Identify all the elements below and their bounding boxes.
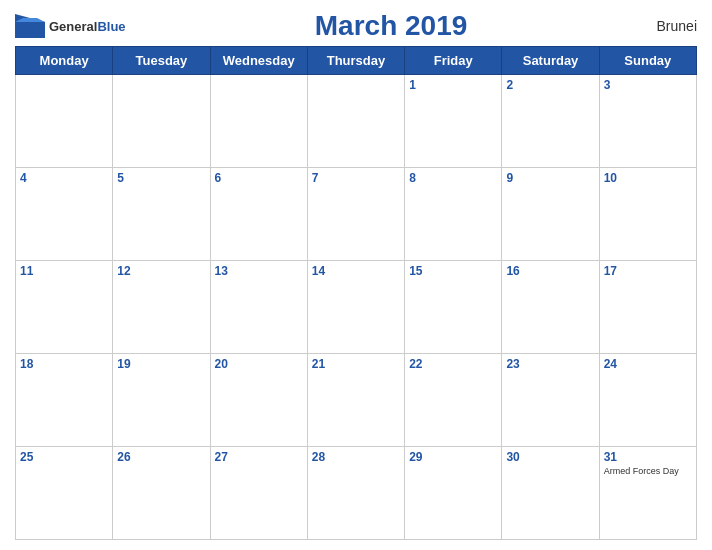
- weekday-header-tuesday: Tuesday: [113, 47, 210, 75]
- day-number: 24: [604, 357, 692, 371]
- calendar-cell: 2: [502, 75, 599, 168]
- calendar-cell: 8: [405, 168, 502, 261]
- weekday-header-sunday: Sunday: [599, 47, 696, 75]
- calendar-title: March 2019: [126, 10, 657, 42]
- calendar-cell: [113, 75, 210, 168]
- calendar-cell: 15: [405, 261, 502, 354]
- calendar-cell: 27: [210, 447, 307, 540]
- calendar-cell: 6: [210, 168, 307, 261]
- calendar-cell: 31Armed Forces Day: [599, 447, 696, 540]
- calendar-week-3: 11121314151617: [16, 261, 697, 354]
- logo-text: GeneralBlue: [49, 17, 126, 35]
- calendar-cell: 29: [405, 447, 502, 540]
- calendar-cell: 22: [405, 354, 502, 447]
- calendar-cell: 10: [599, 168, 696, 261]
- day-number: 6: [215, 171, 303, 185]
- calendar-cell: 20: [210, 354, 307, 447]
- day-number: 3: [604, 78, 692, 92]
- calendar-cell: 13: [210, 261, 307, 354]
- calendar-cell: 19: [113, 354, 210, 447]
- calendar-week-4: 18192021222324: [16, 354, 697, 447]
- calendar-cell: 17: [599, 261, 696, 354]
- day-number: 29: [409, 450, 497, 464]
- day-number: 8: [409, 171, 497, 185]
- logo-blue: Blue: [97, 19, 125, 34]
- calendar-cell: [307, 75, 404, 168]
- day-event: Armed Forces Day: [604, 466, 692, 478]
- day-number: 12: [117, 264, 205, 278]
- day-number: 9: [506, 171, 594, 185]
- day-number: 15: [409, 264, 497, 278]
- calendar-cell: 16: [502, 261, 599, 354]
- day-number: 17: [604, 264, 692, 278]
- weekday-header-monday: Monday: [16, 47, 113, 75]
- day-number: 26: [117, 450, 205, 464]
- calendar: MondayTuesdayWednesdayThursdayFridaySatu…: [15, 46, 697, 540]
- weekday-header-row: MondayTuesdayWednesdayThursdayFridaySatu…: [16, 47, 697, 75]
- weekday-header-saturday: Saturday: [502, 47, 599, 75]
- calendar-cell: 14: [307, 261, 404, 354]
- logo: GeneralBlue: [15, 14, 126, 38]
- calendar-cell: 12: [113, 261, 210, 354]
- calendar-cell: 11: [16, 261, 113, 354]
- day-number: 14: [312, 264, 400, 278]
- weekday-header-thursday: Thursday: [307, 47, 404, 75]
- day-number: 2: [506, 78, 594, 92]
- day-number: 18: [20, 357, 108, 371]
- day-number: 10: [604, 171, 692, 185]
- day-number: 7: [312, 171, 400, 185]
- weekday-header-wednesday: Wednesday: [210, 47, 307, 75]
- calendar-cell: 4: [16, 168, 113, 261]
- calendar-cell: 9: [502, 168, 599, 261]
- day-number: 1: [409, 78, 497, 92]
- calendar-cell: [210, 75, 307, 168]
- calendar-cell: 5: [113, 168, 210, 261]
- day-number: 25: [20, 450, 108, 464]
- calendar-week-5: 25262728293031Armed Forces Day: [16, 447, 697, 540]
- day-number: 30: [506, 450, 594, 464]
- day-number: 22: [409, 357, 497, 371]
- day-number: 20: [215, 357, 303, 371]
- calendar-cell: 3: [599, 75, 696, 168]
- calendar-cell: 28: [307, 447, 404, 540]
- header-top: GeneralBlue March 2019 Brunei: [15, 10, 697, 42]
- day-number: 5: [117, 171, 205, 185]
- day-number: 4: [20, 171, 108, 185]
- day-number: 31: [604, 450, 692, 464]
- day-number: 28: [312, 450, 400, 464]
- calendar-week-1: 123: [16, 75, 697, 168]
- calendar-body: 1234567891011121314151617181920212223242…: [16, 75, 697, 540]
- day-number: 16: [506, 264, 594, 278]
- calendar-cell: 25: [16, 447, 113, 540]
- logo-general: General: [49, 19, 97, 34]
- calendar-cell: 1: [405, 75, 502, 168]
- day-number: 23: [506, 357, 594, 371]
- calendar-cell: 26: [113, 447, 210, 540]
- day-number: 21: [312, 357, 400, 371]
- weekday-header-friday: Friday: [405, 47, 502, 75]
- calendar-cell: [16, 75, 113, 168]
- calendar-cell: 21: [307, 354, 404, 447]
- day-number: 13: [215, 264, 303, 278]
- calendar-cell: 30: [502, 447, 599, 540]
- logo-icon: [15, 14, 45, 38]
- svg-rect-0: [15, 22, 45, 38]
- day-number: 19: [117, 357, 205, 371]
- day-number: 11: [20, 264, 108, 278]
- calendar-cell: 23: [502, 354, 599, 447]
- calendar-cell: 24: [599, 354, 696, 447]
- calendar-cell: 18: [16, 354, 113, 447]
- country-label: Brunei: [657, 18, 697, 34]
- calendar-header: MondayTuesdayWednesdayThursdayFridaySatu…: [16, 47, 697, 75]
- calendar-week-2: 45678910: [16, 168, 697, 261]
- day-number: 27: [215, 450, 303, 464]
- calendar-cell: 7: [307, 168, 404, 261]
